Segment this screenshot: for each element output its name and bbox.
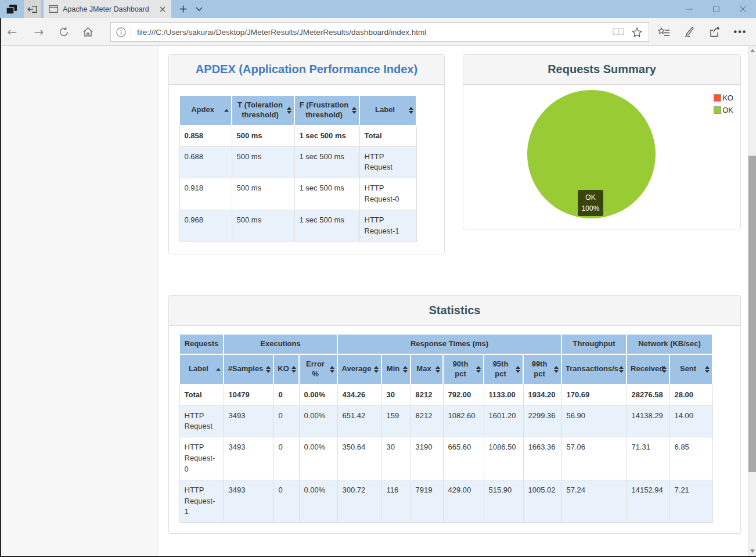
tab-list-chevron-icon[interactable]: [191, 0, 207, 18]
value-cell: 500 ms: [232, 125, 294, 146]
stats-col-95th-pct[interactable]: 95th pct: [484, 354, 523, 384]
apdex-header-row: Apdex T (Toleration threshold) F (Frustr…: [179, 95, 416, 125]
value-cell: 6.85: [669, 437, 712, 480]
apdex-col-frustration[interactable]: F (Frustration threshold): [294, 95, 359, 125]
set-tabs-aside-button[interactable]: [24, 0, 41, 18]
value-cell: 0.00%: [299, 384, 337, 405]
value-cell: 1 sec 500 ms: [294, 210, 359, 242]
apdex-col-label[interactable]: Label: [359, 95, 416, 125]
scroll-down-icon[interactable]: [750, 549, 755, 553]
add-favorite-star-icon[interactable]: [628, 23, 646, 41]
value-cell: 429.00: [443, 480, 484, 523]
stats-col-sent[interactable]: Sent: [669, 354, 712, 384]
page-content: APDEX (Application Performance Index) Ap…: [1, 46, 756, 556]
sort-both-icon: [352, 107, 357, 114]
refresh-button[interactable]: [54, 22, 74, 42]
stats-col-90th-pct[interactable]: 90th pct: [443, 354, 484, 384]
table-row: HTTP Request-0349300.00%350.64303190665.…: [179, 437, 712, 480]
home-button[interactable]: [78, 22, 98, 42]
apdex-title[interactable]: APDEX (Application Performance Index): [175, 63, 438, 76]
statistics-panel: Statistics Requests Executions: [168, 295, 741, 534]
value-cell: 300.72: [337, 480, 381, 523]
site-info-icon[interactable]: [111, 23, 131, 41]
address-divider: [131, 26, 131, 38]
value-cell: 1934.20: [523, 384, 561, 405]
browser-toolbar: ← →: [1, 18, 756, 46]
stats-col-99th-pct[interactable]: 99th pct: [523, 354, 561, 384]
legend-item-ko[interactable]: KO: [714, 92, 733, 104]
value-cell: HTTP Request-0: [359, 178, 416, 210]
new-tab-button[interactable]: [175, 0, 191, 18]
maximize-button[interactable]: [703, 0, 729, 18]
scroll-up-icon[interactable]: [750, 49, 755, 52]
value-cell: 500 ms: [232, 146, 294, 178]
value-cell: 8212: [411, 405, 443, 437]
browser-tab[interactable]: Apache JMeter Dashboard: [44, 0, 171, 18]
value-cell: 1005.02: [523, 480, 561, 523]
address-bar[interactable]: file:///C:/Users/sakurai/Desktop/JMeterR…: [110, 22, 649, 42]
apdex-panel: APDEX (Application Performance Index) Ap…: [168, 54, 445, 254]
value-cell: 159: [381, 405, 411, 437]
stats-col-min[interactable]: Min: [381, 354, 411, 384]
more-actions-icon[interactable]: •••: [730, 22, 750, 42]
apdex-col-toleration[interactable]: T (Toleration threshold): [232, 95, 294, 125]
row-label-cell: Total: [179, 384, 224, 405]
stats-col-transactions-s[interactable]: Transactions/s: [561, 354, 627, 384]
value-cell: 1086.50: [484, 437, 523, 480]
sort-both-icon: [409, 107, 413, 114]
sort-both-icon: [516, 366, 520, 373]
value-cell: 28.00: [669, 384, 712, 405]
forward-button[interactable]: →: [29, 22, 49, 42]
vertical-scrollbar[interactable]: [748, 46, 756, 556]
sort-asc-icon: [224, 109, 229, 112]
back-button[interactable]: ←: [2, 22, 22, 42]
sort-both-icon: [619, 366, 624, 373]
value-cell: 7919: [411, 480, 443, 523]
group-executions: Executions: [224, 334, 337, 354]
value-cell: 2299.36: [523, 405, 561, 437]
apdex-panel-heading: APDEX (Application Performance Index): [169, 55, 444, 85]
reading-view-icon[interactable]: [609, 23, 628, 41]
value-cell: HTTP Request-1: [359, 210, 416, 242]
table-row: 0.968500 ms1 sec 500 msHTTP Request-1: [179, 210, 416, 242]
sort-both-icon: [662, 366, 667, 373]
requests-summary-heading: Requests Summary: [463, 55, 740, 85]
dashboard-sidebar: [1, 46, 158, 556]
value-cell: 8212: [411, 384, 443, 405]
share-icon[interactable]: [705, 22, 725, 42]
window-close-button[interactable]: [729, 0, 756, 18]
apdex-col-apdex[interactable]: Apdex: [179, 95, 232, 125]
ink-notes-icon[interactable]: [679, 22, 699, 42]
value-cell: 1 sec 500 ms: [294, 125, 359, 146]
scrollbar-thumb[interactable]: [748, 156, 756, 472]
stats-col-ko[interactable]: KO: [273, 354, 299, 384]
stats-col-error-[interactable]: Error %: [299, 354, 337, 384]
requests-summary-chart: KO OK OK 100%: [463, 85, 740, 229]
page-icon: [49, 5, 58, 13]
pie-tooltip: OK 100%: [578, 190, 603, 216]
value-cell: 500 ms: [232, 210, 294, 242]
row-label-cell: 0.968: [179, 210, 232, 242]
tab-close-button[interactable]: [157, 4, 168, 15]
value-cell: 515.90: [484, 480, 523, 523]
stats-col-received[interactable]: Received: [627, 354, 669, 384]
row-label-cell: 0.688: [179, 146, 232, 178]
hub-favorites-icon[interactable]: [654, 22, 674, 42]
url-text[interactable]: file:///C:/Users/sakurai/Desktop/JMeterR…: [137, 28, 609, 37]
toolbar-right-actions: •••: [654, 22, 750, 42]
tabs-preview-icon[interactable]: [3, 0, 20, 18]
stats-col--samples[interactable]: #Samples: [224, 354, 273, 384]
minimize-button[interactable]: [676, 0, 703, 18]
requests-summary-panel: Requests Summary KO OK: [463, 54, 741, 229]
value-cell: 30: [381, 384, 411, 405]
sort-both-icon: [330, 366, 334, 373]
stats-col-max[interactable]: Max: [411, 354, 443, 384]
stats-col-average[interactable]: Average: [337, 354, 381, 384]
row-label-cell: HTTP Request-1: [179, 480, 224, 523]
statistics-table: Requests Executions Response Times (ms) …: [179, 333, 713, 523]
statistics-heading: Statistics: [169, 296, 740, 326]
legend-item-ok[interactable]: OK: [714, 104, 733, 116]
table-row: 0.858500 ms1 sec 500 msTotal: [179, 125, 416, 146]
stats-col-label[interactable]: Label: [179, 354, 224, 384]
chart-legend: KO OK: [714, 92, 733, 116]
